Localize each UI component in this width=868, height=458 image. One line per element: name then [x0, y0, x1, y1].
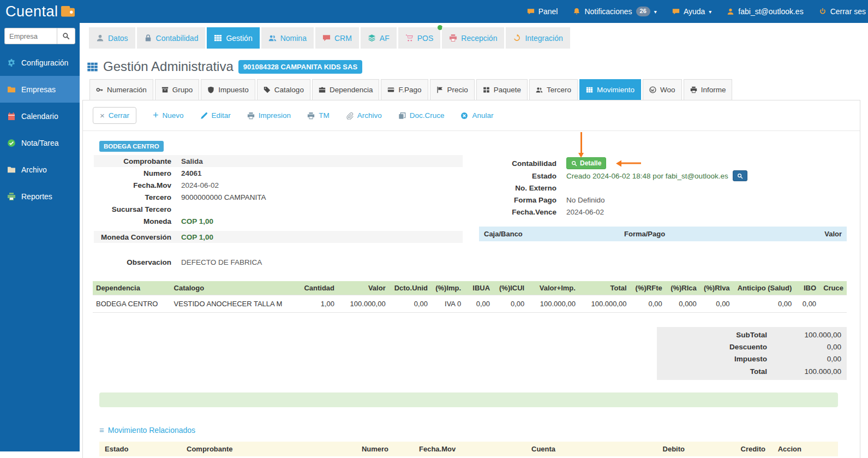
gestion-subtabs: Numeración Grupo Impuesto Catalogo Depen…	[82, 79, 860, 100]
movimiento-detail: BODEGA CENTRO Comprobante Salida Numero …	[83, 131, 860, 275]
subtab-grupo[interactable]: Grupo	[155, 79, 200, 100]
tm-button[interactable]: TM	[307, 111, 330, 120]
refresh-icon	[513, 34, 521, 42]
sidebar-item-nota-tarea[interactable]: Nota/Tarea	[0, 129, 80, 156]
detalle-button[interactable]: Detalle	[566, 157, 606, 169]
estado-search-button[interactable]	[733, 170, 747, 181]
related-header-row: Estado Comprobante Numero Fecha.Mov Cuen…	[99, 442, 838, 456]
tab-crm[interactable]: CRM	[315, 27, 359, 49]
field-tercero: Tercero 9000000000 CAMPANITA	[94, 191, 463, 203]
sidebar-item-empresas[interactable]: Empresas	[0, 76, 80, 103]
related-section: ≡ Movimiento Relacionados Estado Comprob…	[99, 426, 838, 457]
tab-contabilidad[interactable]: Contabilidad	[137, 27, 206, 49]
grid-icon	[87, 61, 98, 73]
caret-down-icon: ▾	[654, 9, 657, 15]
sidebar-item-reportes[interactable]: Reportes	[0, 183, 80, 210]
folder-icon	[7, 85, 16, 94]
subtab-dependencia[interactable]: Dependencia	[312, 79, 380, 100]
notifications-link[interactable]: Notificaciones 26 ▾	[573, 7, 656, 16]
cell-icui: 0,00	[493, 295, 528, 313]
annotation-arrow-down	[580, 132, 582, 156]
company-badge: 901084328 CAMPANITA KIDS SAS	[238, 60, 362, 74]
caret-down-icon: ▾	[709, 9, 711, 15]
subtab-movimiento[interactable]: Movimiento	[579, 79, 641, 100]
cell-rica: 0,000	[666, 295, 700, 313]
cell-catalogo: VESTIDO ANOCHECER TALLA M	[171, 295, 296, 313]
subtab-precio[interactable]: Precio	[430, 79, 475, 100]
cerrar-button[interactable]: × Cerrar	[93, 107, 136, 124]
page-header: Gestión Administrativa 901084328 CAMPANI…	[87, 59, 868, 74]
subtab-tercero[interactable]: Tercero	[529, 79, 578, 100]
impresion-button[interactable]: Impresion	[247, 111, 291, 120]
sidebar-item-configuracion[interactable]: Configuración	[0, 49, 80, 76]
doc-cruce-button[interactable]: Doc.Cruce	[398, 111, 445, 120]
col-rfte: (%)RFte	[630, 281, 666, 295]
tab-datos[interactable]: Datos	[89, 27, 135, 49]
x-circle-icon	[460, 112, 468, 120]
cell-cruce	[819, 295, 847, 313]
total-total: Total 100.000,00	[657, 366, 847, 378]
impresion-label: Impresion	[259, 111, 291, 120]
printer-icon	[307, 112, 315, 120]
power-icon	[819, 8, 827, 15]
subtab-numeracion[interactable]: Numeración	[89, 79, 153, 100]
subtab-woo[interactable]: Woo	[643, 79, 682, 100]
sidebar-item-calendario[interactable]: Calendario	[0, 103, 80, 129]
help-label: Ayuda	[684, 7, 705, 16]
nuevo-button[interactable]: + Nuevo	[153, 111, 184, 120]
sidebar-item-label: Empresas	[21, 85, 56, 94]
users-icon	[536, 86, 543, 93]
totals-box: SubTotal 100.000,00 Descuento 0,00 Impue…	[657, 327, 847, 380]
subtab-catalogo[interactable]: Catalogo	[257, 79, 310, 100]
search-icon	[571, 160, 577, 166]
field-moneda-conversion: Moneda Conversión COP 1,00	[94, 231, 463, 243]
anular-button[interactable]: Anular	[460, 111, 493, 120]
tab-pos[interactable]: POS	[398, 27, 441, 49]
subtab-label: Impuesto	[218, 86, 249, 94]
col-numero: Numero	[326, 445, 388, 453]
col-valor-imp: Valor+Imp.	[528, 281, 579, 295]
col-rica: (%)RIca	[666, 281, 700, 295]
tab-recepcion[interactable]: Recepción	[442, 27, 504, 49]
archivo-button[interactable]: Archivo	[346, 111, 382, 120]
company-search	[0, 23, 80, 49]
subtab-impuesto[interactable]: Impuesto	[201, 79, 255, 100]
tab-gestion[interactable]: Gestión	[207, 27, 259, 49]
editar-label: Editar	[212, 111, 231, 120]
sidebar-item-label: Configuración	[21, 58, 68, 67]
editar-button[interactable]: Editar	[200, 111, 231, 120]
field-observacion: Observacion DEFECTO DE FABRICA	[94, 256, 463, 268]
item-row[interactable]: BODEGA CENTRO VESTIDO ANOCHECER TALLA M …	[93, 295, 847, 313]
field-fecha-vence: Fecha.Vence 2024-06-02	[479, 206, 847, 218]
sidebar-item-archivo[interactable]: Archivo	[0, 156, 80, 183]
wordpress-icon	[649, 86, 656, 93]
tab-integracion[interactable]: Integración	[506, 27, 570, 49]
total-descuento: Descuento 0,00	[657, 341, 847, 353]
briefcase-icon	[319, 86, 326, 93]
panel-link[interactable]: Panel	[527, 7, 558, 16]
tab-label: Datos	[108, 34, 128, 43]
menu-icon: ≡	[99, 426, 104, 434]
subtab-fpago[interactable]: F.Pago	[381, 79, 428, 100]
col-cruce: Cruce	[819, 281, 847, 295]
subtab-paquete[interactable]: Paquete	[476, 79, 528, 100]
help-link[interactable]: Ayuda ▾	[672, 7, 711, 16]
search-button[interactable]	[57, 28, 75, 44]
items-header-row: Dependencia Catalogo Cantidad Valor Dcto…	[93, 281, 847, 295]
main-content: Datos Contabilidad Gestión Nomina CRM AF…	[80, 23, 868, 458]
search-input[interactable]	[4, 28, 57, 44]
col-cantidad: Cantidad	[296, 281, 338, 295]
logout-link[interactable]: Cerrar ses	[819, 7, 866, 16]
tab-af[interactable]: AF	[361, 27, 397, 49]
detail-left-column: BODEGA CENTRO Comprobante Salida Numero …	[94, 141, 463, 268]
user-menu[interactable]: fabi_st@outlook.es	[727, 7, 803, 16]
tm-label: TM	[319, 111, 330, 120]
related-title[interactable]: ≡ Movimiento Relacionados	[99, 426, 195, 435]
movimiento-panel: × Cerrar + Nuevo Editar Impresion T	[82, 100, 860, 458]
search-icon	[62, 32, 70, 40]
brand-logo[interactable]: Cuental	[5, 4, 75, 19]
col-catalogo: Catalogo	[171, 281, 296, 295]
folder-icon	[7, 165, 16, 174]
tab-nomina[interactable]: Nomina	[261, 27, 314, 49]
subtab-informe[interactable]: Informe	[684, 79, 733, 100]
